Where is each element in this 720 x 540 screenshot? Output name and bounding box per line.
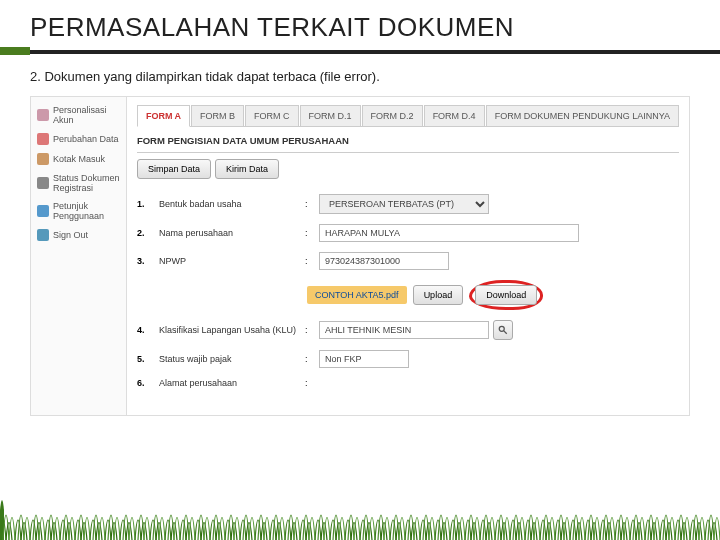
main-content: FORM A FORM B FORM C FORM D.1 FORM D.2 F… — [127, 97, 689, 415]
sidebar-item-label: Sign Out — [53, 230, 88, 240]
tab-form-a[interactable]: FORM A — [137, 105, 190, 127]
row-number: 3. — [137, 256, 153, 266]
sidebar-item-label: Kotak Masuk — [53, 154, 105, 164]
status-pajak-input[interactable] — [319, 350, 409, 368]
row-npwp: 3. NPWP : — [137, 247, 679, 275]
subheading-number: 2. — [30, 69, 41, 84]
app-frame: Personalisasi Akun Perubahan Data Kotak … — [30, 96, 690, 416]
upload-button[interactable]: Upload — [413, 285, 464, 305]
row-label: Status wajib pajak — [159, 354, 299, 364]
send-button[interactable]: Kirim Data — [215, 159, 279, 179]
svg-line-1 — [504, 331, 507, 334]
sidebar-item-status-dokumen[interactable]: Status Dokumen Registrasi — [31, 169, 126, 197]
row-alamat: 6. Alamat perusahaan : — [137, 373, 679, 393]
sidebar-item-label: Perubahan Data — [53, 134, 119, 144]
sidebar-item-personalisasi[interactable]: Personalisasi Akun — [31, 101, 126, 129]
grass-decoration — [0, 480, 720, 540]
row-label: Alamat perusahaan — [159, 378, 299, 388]
title-divider — [0, 47, 720, 55]
sidebar-item-kotak-masuk[interactable]: Kotak Masuk — [31, 149, 126, 169]
slide-title: PERMASALAHAN TERKAIT DOKUMEN — [0, 0, 720, 47]
row-label: Bentuk badan usaha — [159, 199, 299, 209]
row-number: 4. — [137, 325, 153, 335]
row-number: 5. — [137, 354, 153, 364]
sidebar-item-label: Status Dokumen Registrasi — [53, 173, 120, 193]
row-klu: 4. Klasifikasi Lapangan Usaha (KLU) : — [137, 315, 679, 345]
subheading-text: Dokumen yang dilampirkan tidak dapat ter… — [44, 69, 379, 84]
sidebar-item-label: Personalisasi Akun — [53, 105, 120, 125]
tab-form-c[interactable]: FORM C — [245, 105, 299, 126]
tab-form-d4[interactable]: FORM D.4 — [424, 105, 485, 126]
edit-icon — [37, 133, 49, 145]
download-highlight-circle: Download — [469, 280, 543, 310]
search-icon — [498, 325, 508, 335]
sidebar-item-label: Petunjuk Penggunaan — [53, 201, 120, 221]
save-button[interactable]: Simpan Data — [137, 159, 211, 179]
help-icon — [37, 205, 49, 217]
tab-form-d1[interactable]: FORM D.1 — [300, 105, 361, 126]
sidebar-item-perubahan[interactable]: Perubahan Data — [31, 129, 126, 149]
row-label: Klasifikasi Lapangan Usaha (KLU) — [159, 325, 299, 335]
tab-form-d2[interactable]: FORM D.2 — [362, 105, 423, 126]
svg-point-0 — [499, 326, 504, 331]
form-action-row: Simpan Data Kirim Data — [137, 159, 679, 179]
npwp-input[interactable] — [319, 252, 449, 270]
klu-input[interactable] — [319, 321, 489, 339]
row-status-pajak: 5. Status wajib pajak : — [137, 345, 679, 373]
row-label: Nama perusahaan — [159, 228, 299, 238]
tab-form-dokumen-lain[interactable]: FORM DOKUMEN PENDUKUNG LAINNYA — [486, 105, 679, 126]
download-button[interactable]: Download — [475, 285, 537, 305]
slide-subheading: 2. Dokumen yang dilampirkan tidak dapat … — [0, 65, 720, 96]
nama-perusahaan-input[interactable] — [319, 224, 579, 242]
row-bentuk-badan: 1. Bentuk badan usaha : PERSEROAN TERBAT… — [137, 189, 679, 219]
signout-icon — [37, 229, 49, 241]
document-icon — [37, 177, 49, 189]
sidebar-item-petunjuk[interactable]: Petunjuk Penggunaan — [31, 197, 126, 225]
tab-form-b[interactable]: FORM B — [191, 105, 244, 126]
row-number: 2. — [137, 228, 153, 238]
form-section-title: FORM PENGISIAN DATA UMUM PERUSAHAAN — [137, 127, 679, 153]
user-icon — [37, 109, 49, 121]
row-nama-perusahaan: 2. Nama perusahaan : — [137, 219, 679, 247]
row-number: 6. — [137, 378, 153, 388]
mail-icon — [37, 153, 49, 165]
bentuk-badan-select[interactable]: PERSEROAN TERBATAS (PT) — [319, 194, 489, 214]
row-file-attachment: CONTOH AKTA5.pdf Upload Download — [137, 275, 679, 315]
row-number: 1. — [137, 199, 153, 209]
row-label: NPWP — [159, 256, 299, 266]
tab-bar: FORM A FORM B FORM C FORM D.1 FORM D.2 F… — [137, 105, 679, 127]
sidebar: Personalisasi Akun Perubahan Data Kotak … — [31, 97, 127, 415]
sidebar-item-signout[interactable]: Sign Out — [31, 225, 126, 245]
attached-file-name: CONTOH AKTA5.pdf — [307, 286, 407, 304]
search-klu-button[interactable] — [493, 320, 513, 340]
